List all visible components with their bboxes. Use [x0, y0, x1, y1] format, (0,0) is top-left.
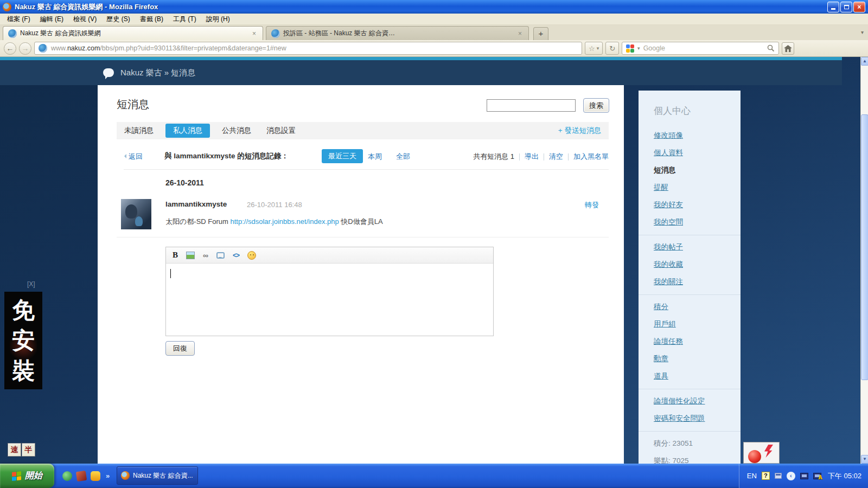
menu-help[interactable]: 說明 (H): [201, 14, 235, 25]
search-engine-dropdown-icon[interactable]: ▾: [637, 46, 640, 51]
tab-close-icon[interactable]: ×: [251, 30, 258, 37]
pm-search-input[interactable]: [487, 99, 576, 112]
reply-editor[interactable]: B ∞ <>: [165, 247, 494, 336]
send-message-link[interactable]: + 發送短消息: [558, 126, 601, 136]
back-link[interactable]: 返回: [122, 152, 143, 162]
quick-launch-overflow-icon[interactable]: »: [106, 472, 110, 480]
browser-tab-inactive[interactable]: 投訴區 - 站務區 - Nakuz 樂古 綜合資… ×: [266, 26, 529, 40]
sidebar-item-medals[interactable]: 勳章: [654, 354, 735, 364]
avatar[interactable]: [121, 199, 151, 229]
language-indicator[interactable]: EN: [747, 472, 757, 480]
menu-view[interactable]: 檢視 (V): [68, 14, 101, 25]
sidebar-item-usergroup[interactable]: 用戶組: [654, 319, 735, 329]
thread-actions: 共有短消息 1 導出 清空 加入黑名單: [473, 152, 609, 162]
ad-banner[interactable]: 免 安 裝: [4, 292, 42, 389]
tab-close-icon[interactable]: ×: [516, 30, 524, 37]
quote-icon[interactable]: [216, 252, 225, 259]
sidebar-item-posts[interactable]: 我的帖子: [654, 242, 735, 252]
browser-tab-active[interactable]: Nakuz 樂古 綜合資訊娛樂網 ×: [3, 26, 263, 40]
tab-private-messages[interactable]: 私人消息: [165, 124, 210, 138]
tab-message-settings[interactable]: 消息設置: [259, 124, 303, 138]
browser-search-box[interactable]: ▾ Google: [622, 42, 779, 55]
network-icon[interactable]: [800, 473, 808, 479]
sidebar-item-credits[interactable]: 積分: [654, 302, 735, 312]
scrollbar-thumb[interactable]: [861, 114, 868, 380]
forward-link[interactable]: 轉發: [585, 200, 599, 210]
reload-button[interactable]: ↻: [605, 42, 619, 55]
quick-launch-icon-3[interactable]: [91, 471, 100, 481]
menu-file[interactable]: 檔案 (F): [2, 14, 35, 25]
quick-launch-icon-2[interactable]: [76, 470, 87, 481]
sidebar-item-reminders[interactable]: 提醒: [654, 183, 735, 192]
forward-button[interactable]: →: [19, 42, 31, 55]
network-warning-icon[interactable]: [813, 473, 821, 479]
home-button[interactable]: [782, 42, 794, 55]
start-button[interactable]: 開始: [0, 464, 54, 488]
sidebar-item-messages[interactable]: 短消息: [654, 165, 735, 175]
sidebar-item-tasks[interactable]: 論壇任務: [654, 337, 735, 346]
sidebar-item-space[interactable]: 我的空間: [654, 217, 735, 227]
url-bar[interactable]: www.nakuz.com/bbs/pm.php?uid=930113&filt…: [34, 42, 582, 55]
scroll-down-arrow[interactable]: ▼: [861, 455, 868, 464]
vertical-scrollbar[interactable]: ▲ ▼: [860, 57, 868, 464]
sidebar-item-security[interactable]: 密碼和安全問題: [654, 414, 735, 423]
tab-unread-messages[interactable]: 未讀消息: [117, 124, 161, 138]
sidebar-stats: 積分: 23051 樂點: 7025 Bravo!: 1: [639, 432, 741, 464]
bookmark-star-button[interactable]: ☆ ▾: [585, 42, 603, 55]
sidebar-item-friends[interactable]: 我的好友: [654, 200, 735, 210]
menu-edit[interactable]: 編輯 (E): [35, 14, 68, 25]
message-url-link[interactable]: http://sdsolar.joinbbs.net/index.php: [230, 217, 339, 226]
scroll-up-arrow[interactable]: ▲: [861, 57, 868, 66]
ad-close-link[interactable]: [X]: [27, 280, 35, 288]
clear-link[interactable]: 清空: [549, 152, 563, 162]
quick-launch-icon-1[interactable]: [62, 471, 72, 481]
quick-launch-bar: »: [62, 464, 110, 488]
image-icon[interactable]: [186, 252, 195, 259]
google-logo-icon: [626, 44, 634, 53]
back-triangle-icon: [122, 154, 126, 158]
sidebar-item-follows[interactable]: 我的關注: [654, 277, 735, 287]
breadcrumb[interactable]: Nakuz 樂古 » 短消息: [120, 68, 195, 78]
ime-halfwidth-button[interactable]: 半: [22, 443, 35, 457]
blacklist-link[interactable]: 加入黑名單: [573, 152, 609, 162]
pm-search-button[interactable]: 搜索: [583, 98, 609, 113]
code-icon[interactable]: <>: [233, 252, 239, 259]
tab-title: Nakuz 樂古 綜合資訊娛樂網: [20, 29, 246, 38]
smiley-icon[interactable]: [247, 251, 256, 260]
page-viewport: Nakuz 樂古 » 短消息 短消息 搜索 未讀消息 私人消息 公共消息 消息設…: [0, 57, 868, 464]
range-recent-3-days[interactable]: 最近三天: [322, 149, 363, 163]
range-all[interactable]: 全部: [396, 152, 410, 162]
sidebar-item-items[interactable]: 道具: [654, 371, 735, 381]
tab-favicon-icon: [8, 29, 17, 38]
new-tab-button[interactable]: +: [533, 27, 548, 40]
link-icon[interactable]: ∞: [203, 251, 208, 260]
sidebar-item-edit-avatar[interactable]: 修改頭像: [654, 131, 735, 140]
bold-icon[interactable]: B: [173, 251, 178, 260]
menu-bookmarks[interactable]: 書籤 (B): [135, 14, 168, 25]
minimize-button[interactable]: [827, 2, 839, 12]
stat-credits: 積分: 23051: [654, 439, 735, 448]
page-title: 短消息: [117, 97, 149, 112]
magnifier-icon[interactable]: [767, 44, 775, 52]
tab-public-messages[interactable]: 公共消息: [214, 124, 259, 138]
range-this-week[interactable]: 本周: [368, 152, 382, 162]
taskbar-task-button[interactable]: Nakuz 樂古 綜合資...: [117, 466, 198, 485]
back-button[interactable]: ←: [4, 42, 16, 55]
restore-button[interactable]: [840, 2, 852, 12]
taskbar: 開始 » Nakuz 樂古 綜合資... EN ? ‹ 下午 05:02: [0, 464, 868, 488]
menu-history[interactable]: 歷史 (S): [101, 14, 135, 25]
tray-collapse-chevron-icon[interactable]: ‹: [787, 472, 795, 480]
tray-window-icon[interactable]: [775, 473, 782, 479]
sidebar-item-profile[interactable]: 個人資料: [654, 148, 735, 158]
tray-popup-widget[interactable]: [743, 442, 780, 464]
menu-tools[interactable]: 工具 (T): [168, 14, 201, 25]
ime-help-icon[interactable]: ?: [762, 472, 770, 480]
close-button[interactable]: ×: [853, 2, 865, 12]
sidebar-item-favorites[interactable]: 我的收藏: [654, 260, 735, 269]
sidebar-item-personalization[interactable]: 論壇個性化設定: [654, 396, 735, 406]
stat-points: 樂點: 7025: [654, 456, 735, 464]
ime-input-method-button[interactable]: 速: [8, 443, 21, 457]
list-all-tabs-icon[interactable]: ▾: [861, 29, 864, 35]
export-link[interactable]: 導出: [525, 152, 539, 162]
reply-button[interactable]: 回復: [165, 341, 195, 356]
